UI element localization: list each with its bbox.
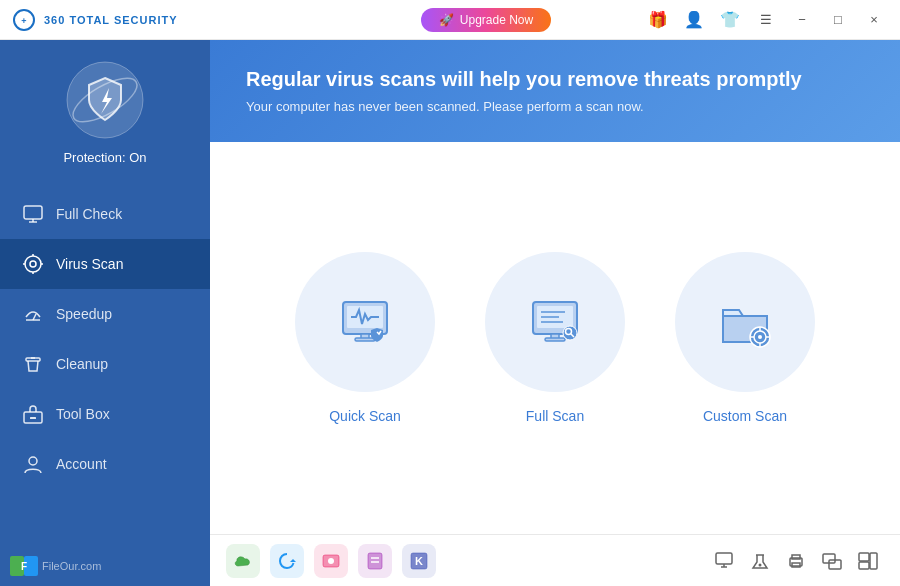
account-label: Account: [56, 456, 107, 472]
bottom-icon-monitor2[interactable]: [816, 545, 848, 577]
monitor2-icon: [822, 552, 842, 570]
svg-point-44: [328, 558, 334, 564]
full-scan-icon: [515, 282, 595, 362]
full-scan-circle[interactable]: [485, 252, 625, 392]
quick-scan-circle[interactable]: [295, 252, 435, 392]
bottom-app-cloud[interactable]: [226, 544, 260, 578]
svg-rect-24: [355, 338, 375, 341]
protection-status: Protection: On: [63, 150, 146, 165]
upgrade-label: Upgrade Now: [460, 13, 533, 27]
bottom-icon-printer[interactable]: [780, 545, 812, 577]
svg-rect-16: [30, 417, 36, 419]
toolbox-label: Tool Box: [56, 406, 110, 422]
titlebar-center: 🚀 Upgrade Now: [328, 8, 644, 32]
sidebar-item-toolbox[interactable]: Tool Box: [0, 389, 210, 439]
bottom-toolbar: K: [210, 534, 900, 586]
watermark-text: FileOur.com: [42, 560, 101, 572]
shield-icon: [65, 60, 145, 140]
sidebar: Protection: On Full Check: [0, 40, 210, 586]
custom-scan-card[interactable]: Custom Scan: [675, 252, 815, 424]
notes-icon: [364, 550, 386, 572]
svg-rect-56: [792, 555, 800, 559]
svg-point-7: [25, 256, 41, 272]
banner-title: Regular virus scans will help you remove…: [246, 68, 864, 91]
svg-rect-62: [870, 553, 877, 569]
bottom-app-notes[interactable]: [358, 544, 392, 578]
sidebar-item-virus-scan[interactable]: Virus Scan: [0, 239, 210, 289]
titlebar-actions: 🎁 👤 👕 ☰ − □ ×: [644, 6, 888, 34]
tshirt-button[interactable]: 👕: [716, 6, 744, 34]
svg-text:K: K: [415, 555, 423, 567]
sidebar-bottom: F FileOur.com: [0, 546, 210, 586]
virus-scan-label: Virus Scan: [56, 256, 123, 272]
banner-subtitle: Your computer has never been scanned. Pl…: [246, 99, 864, 114]
svg-rect-4: [24, 206, 42, 219]
menu-button[interactable]: ☰: [752, 6, 780, 34]
sidebar-item-speedup[interactable]: Speedup: [0, 289, 210, 339]
account-icon: [22, 453, 44, 475]
app-logo: + 360 TOTAL SECURITY: [12, 8, 328, 32]
cleanup-label: Cleanup: [56, 356, 108, 372]
svg-text:F: F: [21, 561, 27, 572]
svg-marker-42: [290, 559, 296, 562]
virus-scan-icon: [22, 253, 44, 275]
svg-point-8: [30, 261, 36, 267]
bottom-icon-screen[interactable]: [708, 545, 740, 577]
sidebar-item-account[interactable]: Account: [0, 439, 210, 489]
banner: Regular virus scans will help you remove…: [210, 40, 900, 142]
bottom-icon-device[interactable]: [852, 545, 884, 577]
k-icon: K: [408, 550, 430, 572]
svg-text:+: +: [21, 16, 26, 26]
screen-icon: [714, 552, 734, 570]
speedup-label: Speedup: [56, 306, 112, 322]
cloud-icon: [232, 550, 254, 572]
app-name: 360 TOTAL SECURITY: [44, 14, 178, 26]
cleanup-icon: [22, 353, 44, 375]
full-check-label: Full Check: [56, 206, 122, 222]
speedup-icon: [22, 303, 44, 325]
quick-scan-card[interactable]: Quick Scan: [295, 252, 435, 424]
svg-point-37: [758, 335, 762, 339]
sidebar-nav: Full Check Virus Scan: [0, 189, 210, 489]
svg-point-54: [759, 563, 762, 566]
full-scan-card[interactable]: Full Scan: [485, 252, 625, 424]
content-area: Regular virus scans will help you remove…: [210, 40, 900, 586]
full-scan-label: Full Scan: [526, 408, 584, 424]
scan-options-area: Quick Scan: [210, 142, 900, 534]
custom-scan-icon: [705, 282, 785, 362]
titlebar: + 360 TOTAL SECURITY 🚀 Upgrade Now 🎁 👤 👕…: [0, 0, 900, 40]
svg-rect-57: [792, 563, 800, 567]
watermark: F FileOur.com: [10, 556, 101, 576]
upgrade-button[interactable]: 🚀 Upgrade Now: [421, 8, 551, 32]
svg-rect-31: [545, 338, 565, 341]
main-area: Protection: On Full Check: [0, 40, 900, 586]
toolbox-icon: [22, 403, 44, 425]
sidebar-item-full-check[interactable]: Full Check: [0, 189, 210, 239]
device-icon: [858, 552, 878, 570]
monitor-icon: [22, 203, 44, 225]
close-button[interactable]: ×: [860, 6, 888, 34]
rocket-icon: 🚀: [439, 13, 454, 27]
refresh-icon: [276, 550, 298, 572]
maximize-button[interactable]: □: [824, 6, 852, 34]
gift-button[interactable]: 🎁: [644, 6, 672, 34]
lab-icon: [750, 552, 770, 570]
quick-scan-icon: [325, 282, 405, 362]
svg-point-17: [29, 457, 37, 465]
app-logo-icon: +: [12, 8, 36, 32]
minimize-button[interactable]: −: [788, 6, 816, 34]
bottom-app-photo[interactable]: [314, 544, 348, 578]
user-button[interactable]: 👤: [680, 6, 708, 34]
svg-rect-61: [859, 562, 869, 569]
photo-icon: [320, 550, 342, 572]
bottom-app-refresh[interactable]: [270, 544, 304, 578]
sidebar-item-cleanup[interactable]: Cleanup: [0, 339, 210, 389]
custom-scan-circle[interactable]: [675, 252, 815, 392]
svg-rect-45: [368, 553, 382, 569]
bottom-app-k[interactable]: K: [402, 544, 436, 578]
svg-rect-60: [859, 553, 869, 561]
quick-scan-label: Quick Scan: [329, 408, 401, 424]
custom-scan-label: Custom Scan: [703, 408, 787, 424]
watermark-logo-icon: F: [10, 556, 38, 576]
bottom-icon-lab[interactable]: [744, 545, 776, 577]
